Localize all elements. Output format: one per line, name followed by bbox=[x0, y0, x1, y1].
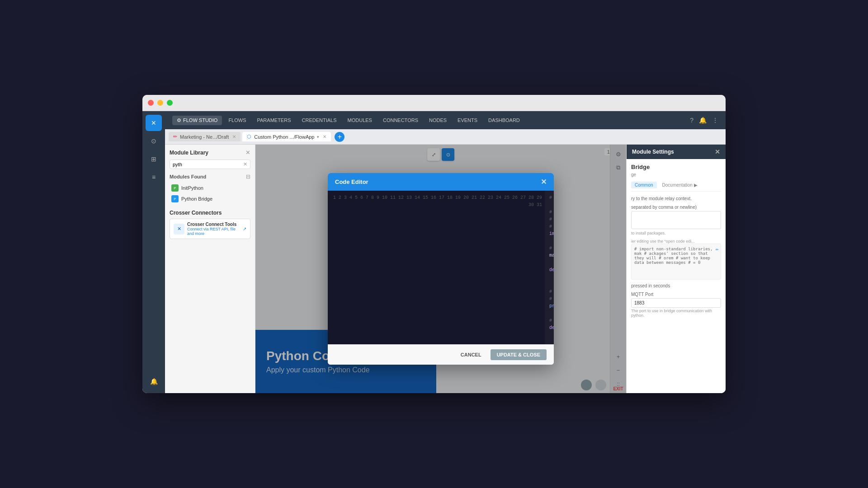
sidebar-layers-button[interactable]: ≡ bbox=[146, 169, 162, 185]
modal-overlay[interactable]: Code Editor ✕ 1 2 3 4 5 6 7 8 9 10 11 12… bbox=[255, 145, 626, 393]
tab-python-label: Custom Python .../FlowApp bbox=[254, 134, 314, 140]
tab-python-icon: ⬡ bbox=[247, 134, 251, 140]
edit-code-button[interactable]: ✏ bbox=[716, 246, 719, 252]
nav-nodes[interactable]: NODES bbox=[425, 116, 451, 125]
nav-flow-studio[interactable]: ⚙ FLOW STUDIO bbox=[172, 116, 222, 125]
navbar-right: ? 🔔 ⋮ bbox=[690, 117, 718, 124]
connector-icon: ✕ bbox=[174, 224, 184, 235]
list-item[interactable]: P Python Bridge bbox=[170, 193, 250, 204]
main-window: ✕ ⊙ ⊞ ≡ 🔔 ⚙ FLOW STUDIO FLOWS PARAMETERS… bbox=[142, 95, 726, 393]
settings-mqtt-field: MQTT Port The port to use in bridge comm… bbox=[631, 292, 721, 318]
settings-tab-documentation[interactable]: Documentation ▶ bbox=[659, 182, 701, 188]
crosser-connectors-title: Crosser Connectors bbox=[170, 210, 250, 216]
module-search-input[interactable] bbox=[173, 162, 243, 167]
close-window-button[interactable] bbox=[148, 100, 154, 106]
module-search-box[interactable]: ✕ bbox=[170, 160, 250, 169]
pythonbridge-label: Python Bridge bbox=[181, 196, 212, 202]
modal-header: Code Editor ✕ bbox=[328, 173, 554, 191]
settings-code-preview: ✏ # import non-standard libraries, mak #… bbox=[631, 244, 721, 280]
initpython-icon: P bbox=[171, 184, 179, 192]
flow-studio-icon: ⚙ bbox=[177, 117, 181, 123]
tab-marketing-close[interactable]: ✕ bbox=[232, 134, 236, 139]
sidebar-home-button[interactable]: ✕ bbox=[146, 115, 162, 131]
nav-flow-studio-label: FLOW STUDIO bbox=[183, 117, 217, 123]
help-icon[interactable]: ? bbox=[690, 117, 693, 124]
module-library-close[interactable]: ✕ bbox=[245, 149, 250, 156]
settings-packages-field: separated by comma or newline) to instal… bbox=[631, 205, 721, 235]
module-settings-panel: Module Settings ✕ Bridge ge Common Docum… bbox=[626, 145, 726, 393]
initpython-label: InitPython bbox=[181, 185, 203, 191]
nav-parameters[interactable]: PARAMETERS bbox=[253, 116, 296, 125]
settings-packages-input[interactable] bbox=[631, 211, 721, 229]
tab-python-dropdown[interactable]: ▾ bbox=[317, 135, 319, 139]
minimize-window-button[interactable] bbox=[157, 100, 163, 106]
code-preview-text: # import non-standard libraries, mak # a… bbox=[634, 247, 718, 265]
sidebar-search-button[interactable]: ⊙ bbox=[146, 133, 162, 149]
list-item[interactable]: P InitPython bbox=[170, 183, 250, 193]
modules-found-title: Modules Found bbox=[170, 174, 206, 179]
tab-custom-python[interactable]: ⬡ Custom Python .../FlowApp ▾ ✕ bbox=[242, 132, 331, 141]
settings-tabs: Common Documentation ▶ bbox=[631, 182, 721, 192]
settings-packages-helper: to install packages. bbox=[631, 231, 721, 235]
settings-delay-field: pressed in seconds bbox=[631, 283, 721, 288]
settings-body: Bridge ge Common Documentation ▶ ry to t… bbox=[627, 159, 726, 393]
settings-mqtt-input[interactable] bbox=[631, 298, 721, 308]
modal-close-button[interactable]: ✕ bbox=[541, 178, 547, 186]
menu-icon[interactable]: ⋮ bbox=[712, 117, 718, 124]
titlebar bbox=[142, 95, 726, 111]
main-content: ⚙ FLOW STUDIO FLOWS PARAMETERS CREDENTIA… bbox=[165, 111, 726, 393]
maximize-window-button[interactable] bbox=[167, 100, 173, 106]
module-library-title: Module Library bbox=[170, 150, 208, 156]
code-content[interactable]: # For easier editing use the "open code … bbox=[545, 191, 554, 344]
sidebar-bell-button[interactable]: 🔔 bbox=[146, 373, 162, 389]
navbar: ⚙ FLOW STUDIO FLOWS PARAMETERS CREDENTIA… bbox=[165, 111, 726, 129]
add-tab-button[interactable]: + bbox=[335, 132, 344, 142]
workspace: Module Library ✕ ✕ Modules Found ⊟ P Ini… bbox=[165, 145, 726, 393]
settings-tab-common[interactable]: Common bbox=[631, 182, 657, 188]
settings-packages-label: separated by comma or newline) bbox=[631, 205, 721, 210]
sidebar-grid-button[interactable]: ⊞ bbox=[146, 151, 162, 167]
settings-timeout-label: ry to the module relay context. bbox=[631, 196, 721, 201]
tab-marketing-icon: ✏ bbox=[173, 134, 177, 140]
connector-sub: Connect via REST API, file and more bbox=[187, 227, 240, 236]
connector-name: Crosser Connect Tools bbox=[187, 222, 240, 227]
nav-modules[interactable]: MODULES bbox=[343, 116, 377, 125]
settings-close-button[interactable]: ✕ bbox=[715, 148, 720, 155]
crosser-connectors-section: Crosser Connectors ✕ Crosser Connect Too… bbox=[170, 210, 250, 239]
code-area: 1 2 3 4 5 6 7 8 9 10 11 12 13 14 15 16 1… bbox=[328, 191, 554, 344]
pythonbridge-icon: P bbox=[171, 195, 179, 202]
settings-module-name: Bridge bbox=[631, 164, 721, 170]
nav-events[interactable]: EVENTS bbox=[453, 116, 482, 125]
settings-code-field: ier editing use the "open code edi... ✏ … bbox=[631, 239, 721, 280]
sidebar-icons: ✕ ⊙ ⊞ ≡ 🔔 bbox=[142, 111, 165, 393]
bell-icon[interactable]: 🔔 bbox=[699, 117, 707, 124]
cancel-button[interactable]: CANCEL bbox=[455, 349, 487, 360]
settings-header: Module Settings ✕ bbox=[627, 145, 726, 159]
connector-external-link[interactable]: ↗ bbox=[243, 226, 246, 231]
settings-module-type: ge bbox=[631, 172, 721, 177]
nav-credentials[interactable]: CREDENTIALS bbox=[297, 116, 341, 125]
tab-python-close[interactable]: ✕ bbox=[323, 134, 326, 139]
nav-connectors[interactable]: CONNECTORS bbox=[378, 116, 423, 125]
settings-mqtt-label: MQTT Port bbox=[631, 292, 721, 297]
module-library-header: Module Library ✕ bbox=[170, 149, 250, 156]
update-close-button[interactable]: UPDATE & CLOSE bbox=[491, 349, 547, 360]
search-clear-icon[interactable]: ✕ bbox=[243, 161, 247, 167]
settings-title: Module Settings bbox=[632, 149, 674, 155]
connector-text: Crosser Connect Tools Connect via REST A… bbox=[187, 222, 240, 236]
tab-marketing[interactable]: ✏ Marketing - Ne.../Draft ✕ bbox=[169, 132, 241, 141]
settings-mqtt-helper: The port to use in bridge communication … bbox=[631, 309, 721, 318]
modules-found-header: Modules Found ⊟ bbox=[170, 174, 250, 180]
settings-code-hint: ier editing use the "open code edi... bbox=[631, 239, 721, 244]
settings-timeout-field: ry to the module relay context. bbox=[631, 196, 721, 201]
settings-delay-label: pressed in seconds bbox=[631, 283, 721, 288]
nav-flows[interactable]: FLOWS bbox=[224, 116, 250, 125]
module-library-panel: Module Library ✕ ✕ Modules Found ⊟ P Ini… bbox=[165, 145, 255, 393]
crosser-connector-item[interactable]: ✕ Crosser Connect Tools Connect via REST… bbox=[170, 219, 250, 239]
app-layout: ✕ ⊙ ⊞ ≡ 🔔 ⚙ FLOW STUDIO FLOWS PARAMETERS… bbox=[142, 111, 726, 393]
modules-settings-icon[interactable]: ⊟ bbox=[246, 174, 250, 180]
nav-dashboard[interactable]: DASHBOARD bbox=[484, 116, 524, 125]
modal-title: Code Editor bbox=[335, 178, 368, 185]
tab-marketing-label: Marketing - Ne.../Draft bbox=[180, 134, 229, 140]
code-editor-modal: Code Editor ✕ 1 2 3 4 5 6 7 8 9 10 11 12… bbox=[328, 173, 554, 365]
